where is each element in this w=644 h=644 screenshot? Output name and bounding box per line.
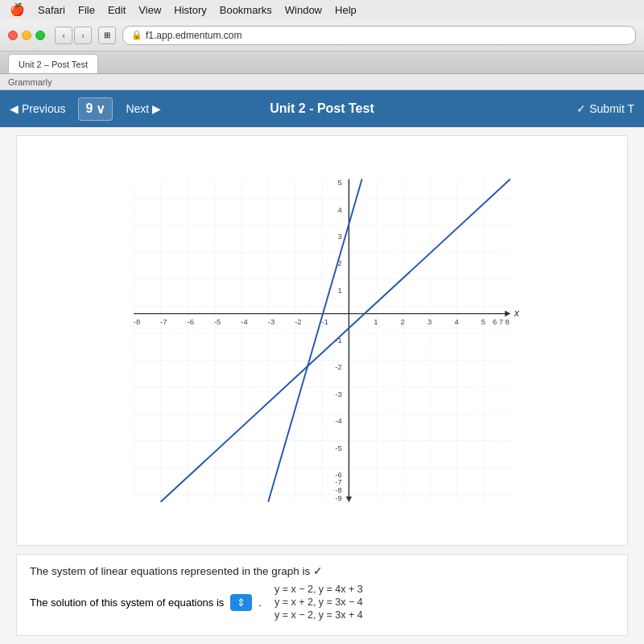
dropdown-arrow-icon: ∨: [96, 101, 105, 117]
x-tick--7: -7: [160, 317, 167, 326]
previous-label: Previous: [22, 102, 65, 115]
browser-nav-buttons: ‹ ›: [55, 27, 92, 44]
app-nav: ◀ Previous 9 ∨ Next ▶ Unit 2 - Post Test…: [0, 90, 644, 127]
question-text-content-2: The solution of this system of equations…: [30, 597, 224, 609]
forward-button[interactable]: ›: [74, 27, 92, 44]
y-tick--9: -9: [335, 493, 341, 502]
content-area: x -8 -7 -6 -5 -4 -3 -2 -1 1 2 3 4 5 6 7 …: [0, 127, 644, 644]
menu-bookmarks[interactable]: Bookmarks: [220, 4, 272, 16]
answer-options: y = x − 2, y = 4x + 3 y = x + 2, y = 3x …: [275, 584, 363, 621]
x-tick-7: 7: [499, 317, 503, 326]
question-selector[interactable]: 9 ∨: [78, 97, 113, 121]
x-tick--1: -1: [322, 317, 328, 326]
x-tick--6: -6: [188, 317, 194, 326]
grid-background: [134, 180, 510, 502]
tab-bar: Unit 2 – Post Test: [0, 52, 644, 74]
next-label: Next: [126, 102, 149, 115]
submit-button[interactable]: ✓ Submit T: [576, 102, 634, 115]
active-tab[interactable]: Unit 2 – Post Test: [8, 54, 98, 73]
x-tick--2: -2: [295, 317, 301, 326]
mac-toolbar: ‹ › ⊞ 🔒 f1.app.edmentum.com: [0, 19, 644, 52]
traffic-lights: [8, 31, 45, 40]
tab-title: Unit 2 – Post Test: [19, 60, 88, 69]
x-tick--8: -8: [134, 317, 140, 326]
question-text-1: The system of linear equations represent…: [30, 564, 614, 577]
answer-dropdown[interactable]: ⇕: [230, 594, 252, 611]
lock-icon: 🔒: [131, 30, 142, 40]
x-tick--3: -3: [268, 317, 275, 326]
menu-help[interactable]: Help: [335, 4, 357, 16]
question-text-content-1: The system of linear equations represent…: [30, 565, 310, 577]
address-text: f1.app.edmentum.com: [146, 30, 242, 41]
menu-file[interactable]: File: [78, 4, 95, 16]
answer-option-1[interactable]: y = x − 2, y = 4x + 3: [275, 584, 363, 595]
graph-container: x -8 -7 -6 -5 -4 -3 -2 -1 1 2 3 4 5 6 7 …: [16, 135, 628, 546]
y-tick-5: 5: [338, 178, 342, 187]
y-tick-1: 1: [338, 286, 342, 295]
x-tick-6: 6: [493, 317, 497, 326]
maximize-button[interactable]: [35, 31, 45, 40]
y-tick--5: -5: [335, 444, 341, 452]
y-tick--3: -3: [335, 390, 341, 398]
question-checkmark: ✓: [313, 565, 323, 577]
minimize-button[interactable]: [22, 31, 31, 40]
answer-option-2[interactable]: y = x + 2, y = 3x − 4: [275, 597, 363, 608]
menu-safari[interactable]: Safari: [38, 4, 65, 16]
mac-menubar: 🍎 Safari File Edit View History Bookmark…: [0, 0, 644, 19]
y-tick--4: -4: [335, 416, 342, 425]
question-period: .: [258, 597, 262, 609]
previous-button[interactable]: ◀ Previous: [10, 102, 65, 115]
x-tick-1: 1: [374, 317, 378, 326]
grammarly-label: Grammarly: [8, 77, 52, 87]
tab-overview-button[interactable]: ⊞: [98, 27, 116, 44]
x-tick-8: 8: [505, 317, 509, 326]
address-bar[interactable]: 🔒 f1.app.edmentum.com: [122, 26, 636, 45]
submit-checkmark-icon: ✓: [576, 102, 586, 115]
coordinate-graph: x -8 -7 -6 -5 -4 -3 -2 -1 1 2 3 4 5 6 7 …: [25, 171, 619, 510]
x-tick-2: 2: [401, 317, 405, 326]
menu-window[interactable]: Window: [285, 4, 322, 16]
answer-row: The solution of this system of equations…: [30, 584, 614, 621]
menu-edit[interactable]: Edit: [108, 4, 126, 16]
dropdown-arrow-icon: ⇕: [237, 597, 246, 609]
app-container: ◀ Previous 9 ∨ Next ▶ Unit 2 - Post Test…: [0, 90, 644, 644]
answer-option-3[interactable]: y = x − 2, y = 3x + 4: [275, 609, 363, 621]
close-button[interactable]: [8, 31, 18, 40]
y-tick-4: 4: [338, 205, 343, 214]
next-button[interactable]: Next ▶: [126, 102, 161, 115]
nav-title: Unit 2 - Post Test: [270, 101, 374, 116]
apple-logo: 🍎: [10, 2, 25, 17]
back-button[interactable]: ‹: [55, 27, 72, 44]
previous-arrow-icon: ◀: [10, 102, 19, 115]
menu-view[interactable]: View: [138, 4, 161, 16]
submit-label: Submit T: [589, 102, 634, 115]
x-tick-4: 4: [454, 317, 459, 326]
x-tick--5: -5: [214, 317, 221, 326]
x-tick-5: 5: [481, 317, 485, 326]
menu-history[interactable]: History: [174, 4, 206, 16]
x-tick-3: 3: [427, 317, 431, 326]
grammarly-bar: Grammarly: [0, 74, 644, 90]
y-tick--2: -2: [335, 362, 341, 371]
next-arrow-icon: ▶: [152, 102, 161, 115]
y-tick-3: 3: [338, 232, 342, 241]
question-number: 9: [85, 101, 93, 116]
x-tick--4: -4: [241, 317, 248, 326]
x-axis-label: x: [514, 308, 520, 319]
question-area: The system of linear equations represent…: [16, 554, 628, 636]
